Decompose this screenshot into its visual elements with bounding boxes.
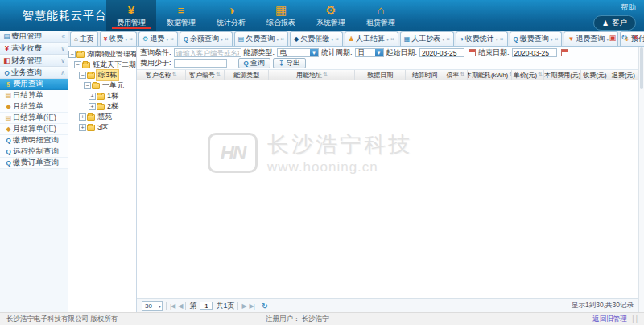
tab-menu-icon[interactable]: ▾ xyxy=(221,36,223,42)
period-select[interactable]: 日 ▼ xyxy=(355,48,384,57)
sort-icon[interactable]: ⇅ xyxy=(323,72,328,78)
column-ratio[interactable]: 倍率 ⇅ xyxy=(444,70,468,80)
close-all-icon[interactable]: ✕ xyxy=(633,33,639,42)
refresh-icon[interactable]: ↻ xyxy=(621,33,627,42)
close-icon[interactable]: × xyxy=(335,35,339,43)
sidebar-item-payment-order-query[interactable]: 缴费订单查询 xyxy=(0,158,68,169)
collapse-node-icon[interactable]: − xyxy=(84,82,91,89)
user-menu[interactable]: 客户 xyxy=(593,15,636,31)
tab-payment-query[interactable]: 缴费查询 ▾ × xyxy=(510,31,563,46)
close-icon[interactable]: × xyxy=(225,35,229,43)
tab-menu-icon[interactable]: ▾ xyxy=(166,36,168,42)
close-icon[interactable]: × xyxy=(446,35,450,43)
help-link[interactable]: 帮助 xyxy=(621,2,636,13)
prev-page-button[interactable]: ◀ xyxy=(178,302,182,310)
tab-manual-settlement[interactable]: 人工结算 ▾ × xyxy=(345,31,398,46)
column-customer-name[interactable]: 客户名称 ⇅ xyxy=(137,70,186,80)
collapse-icon[interactable]: « xyxy=(62,33,65,40)
tree-node-zone3[interactable]: + 3区 xyxy=(68,122,136,133)
sidebar-section-business-query[interactable]: 业务查询 ∧ xyxy=(0,67,68,79)
sidebar-item-remote-control-query[interactable]: 远程控制查询 xyxy=(0,146,68,158)
first-page-button[interactable]: |◀ xyxy=(170,302,175,310)
tab-manual-meter-reading[interactable]: 人工抄表 ▾ × xyxy=(400,31,454,46)
tree-node-unit1[interactable]: − 一单元 xyxy=(68,80,136,91)
tab-charge[interactable]: 收费 ▾ × xyxy=(100,31,137,46)
sidebar-item-monthly-statement[interactable]: 月结算单 xyxy=(0,101,68,113)
expand-node-icon[interactable]: + xyxy=(79,113,86,121)
nav-reports[interactable]: 综合报表 xyxy=(256,0,306,31)
tab-menu-icon[interactable]: ▾ xyxy=(125,36,127,42)
nav-statistics[interactable]: 统计分析 xyxy=(206,0,256,31)
tab-arrears-reminder[interactable]: 欠费催缴 ▾ × xyxy=(290,31,343,46)
energy-type-select[interactable]: 电 ▼ xyxy=(277,48,319,57)
expand-node-icon[interactable]: + xyxy=(89,93,96,100)
sidebar-section-billing[interactable]: 营业收费 ∨ xyxy=(0,43,68,55)
column-settle-time[interactable]: 结算时间 xyxy=(406,70,444,80)
search-button[interactable]: Q 查询 xyxy=(238,58,270,68)
nav-data-management[interactable]: 数据管理 xyxy=(156,0,206,31)
close-icon[interactable]: × xyxy=(500,35,504,43)
close-icon[interactable]: × xyxy=(555,35,559,43)
column-charged[interactable]: 收费(元) xyxy=(581,70,609,80)
tab-menu-icon[interactable]: ▾ xyxy=(276,36,279,42)
nav-leasing[interactable]: 租赁管理 xyxy=(356,0,406,31)
sort-icon[interactable]: ⇅ xyxy=(538,72,543,78)
sort-icon[interactable]: ⇅ xyxy=(216,72,221,78)
close-icon[interactable]: × xyxy=(390,35,394,43)
collapse-node-icon[interactable]: − xyxy=(79,72,86,79)
column-energy-consumption[interactable]: 本期能耗(kWh) ⇅ xyxy=(468,70,512,80)
collapse-node-icon[interactable]: − xyxy=(68,51,76,58)
tab-menu-icon[interactable]: ▾ xyxy=(496,36,498,42)
tab-refund[interactable]: 退费 ▾ × xyxy=(138,31,178,46)
last-page-button[interactable]: ▶| xyxy=(250,302,254,310)
column-address[interactable]: 用能地址 ⇅ xyxy=(269,70,355,80)
next-page-button[interactable]: ▶ xyxy=(242,302,246,310)
sort-icon[interactable]: ⇅ xyxy=(172,72,177,78)
maximize-icon[interactable]: ▣ xyxy=(609,34,617,42)
tab-charge-statistics[interactable]: 收费统计 ▾ × xyxy=(456,31,508,46)
scrollbar-thumb[interactable] xyxy=(640,47,643,89)
column-current-fee[interactable]: 本期费用(元) xyxy=(544,70,581,80)
calendar-icon[interactable] xyxy=(469,49,476,56)
tab-menu-icon[interactable]: ▾ xyxy=(551,36,553,42)
tree-node-stair1[interactable]: + 1梯 xyxy=(68,91,136,101)
sidebar-item-daily-statement[interactable]: 日结算单 xyxy=(0,90,68,101)
column-energy-type[interactable]: 能源类型 xyxy=(225,70,269,80)
expand-node-icon[interactable]: + xyxy=(79,124,86,131)
export-button[interactable]: ↧ 导出 xyxy=(273,58,307,68)
tree-node-building3[interactable]: − 综3栋 xyxy=(68,70,136,80)
tab-balance-query[interactable]: 余额查询 ▾ × xyxy=(180,31,233,46)
tab-menu-icon[interactable]: ▾ xyxy=(331,36,333,42)
collapse-node-icon[interactable]: − xyxy=(74,61,81,68)
tab-arrears-query[interactable]: 欠费查询 ▾ × xyxy=(234,31,288,46)
tree-node-huiyuan[interactable]: + 慧苑 xyxy=(68,112,136,122)
tab-menu-icon[interactable]: ▾ xyxy=(386,36,389,42)
nav-fee-management[interactable]: 费用管理 xyxy=(106,0,156,31)
tree-node-stair2[interactable]: + 2梯 xyxy=(68,101,136,112)
page-number-input[interactable] xyxy=(200,302,213,310)
legacy-system-link[interactable]: 返回旧管理 | | xyxy=(592,315,638,324)
sidebar-item-daily-statement-sum[interactable]: 日结算单(汇) xyxy=(0,113,68,124)
tree-node-company[interactable]: − 湖南物业管理有限公司 xyxy=(68,49,136,60)
sidebar-item-fee-query[interactable]: 费用查询 xyxy=(0,79,68,90)
tab-menu-icon[interactable]: ▾ xyxy=(442,36,444,42)
reload-icon[interactable]: ↻ xyxy=(262,302,268,311)
close-icon[interactable]: × xyxy=(129,35,133,43)
tab-home[interactable]: 主页 xyxy=(70,31,98,46)
column-customer-no[interactable]: 客户编号 ⇅ xyxy=(186,70,225,80)
start-date-input[interactable]: 2020-03-25 xyxy=(419,48,464,57)
fee-less-input[interactable] xyxy=(174,59,227,68)
sort-icon[interactable]: ⇅ xyxy=(460,72,465,78)
sidebar-item-monthly-statement-sum[interactable]: 月结算单(汇) xyxy=(0,124,68,135)
column-refunded[interactable]: 退费(元) xyxy=(609,70,638,80)
sidebar-section-fee-management[interactable]: 费用管理 « xyxy=(0,31,68,43)
nav-system[interactable]: 系统管理 xyxy=(306,0,356,31)
close-icon[interactable]: × xyxy=(170,35,174,43)
page-size-select[interactable]: 30 ▾ xyxy=(142,301,163,311)
vertical-scrollbar[interactable] xyxy=(638,47,644,312)
calendar-icon[interactable] xyxy=(561,49,568,56)
end-date-input[interactable]: 2020-03-25 xyxy=(512,48,557,57)
expand-node-icon[interactable]: + xyxy=(89,103,96,110)
tree-collapse-icon[interactable]: « xyxy=(131,48,134,56)
condition-input[interactable] xyxy=(174,48,242,57)
